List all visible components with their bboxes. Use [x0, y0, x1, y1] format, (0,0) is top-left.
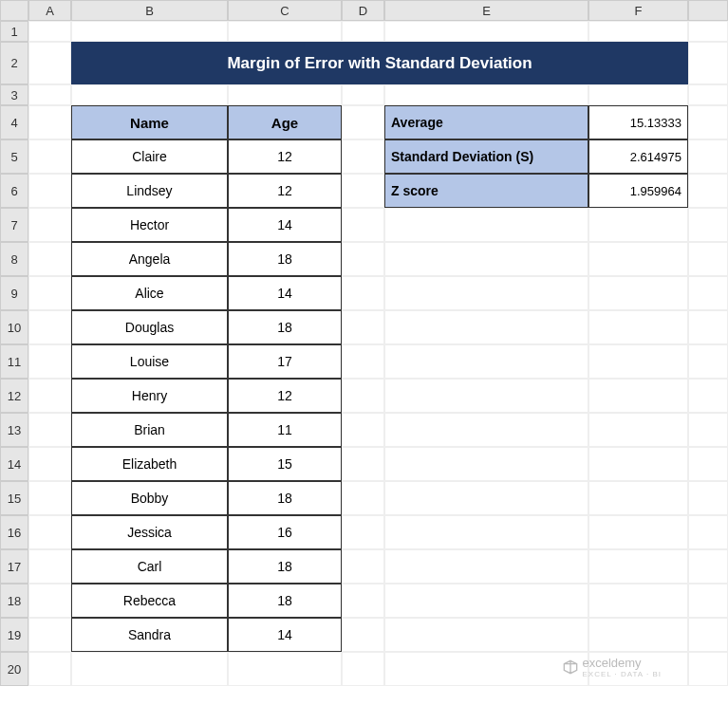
cell[interactable]	[28, 413, 71, 447]
cell[interactable]	[228, 652, 342, 686]
cell[interactable]	[28, 584, 71, 618]
cell[interactable]	[384, 84, 588, 105]
cell[interactable]	[688, 344, 728, 379]
cell[interactable]	[28, 139, 71, 174]
cell[interactable]	[228, 21, 342, 42]
cell[interactable]	[688, 139, 728, 174]
cell[interactable]	[588, 584, 688, 618]
row-header-12[interactable]: 12	[0, 379, 28, 413]
row-header-17[interactable]: 17	[0, 549, 28, 584]
cell[interactable]	[688, 310, 728, 344]
cell[interactable]	[688, 618, 728, 652]
cell[interactable]	[28, 618, 71, 652]
cell[interactable]	[588, 413, 688, 447]
cell[interactable]	[342, 447, 384, 481]
row-header-16[interactable]: 16	[0, 515, 28, 549]
col-header-blank[interactable]	[688, 0, 728, 21]
row-header-4[interactable]: 4	[0, 105, 28, 139]
cell[interactable]	[28, 310, 71, 344]
cell[interactable]	[342, 84, 384, 105]
cell[interactable]	[28, 652, 71, 686]
cell[interactable]	[342, 208, 384, 242]
row-header-13[interactable]: 13	[0, 413, 28, 447]
cell[interactable]	[588, 447, 688, 481]
cell[interactable]	[342, 276, 384, 310]
row-header-3[interactable]: 3	[0, 84, 28, 105]
col-header-C[interactable]: C	[228, 0, 342, 21]
cell[interactable]	[688, 276, 728, 310]
cell[interactable]	[384, 276, 588, 310]
cell[interactable]	[384, 447, 588, 481]
cell[interactable]	[384, 584, 588, 618]
cell[interactable]	[688, 515, 728, 549]
cell[interactable]	[342, 105, 384, 139]
cell[interactable]	[384, 208, 588, 242]
row-header-14[interactable]: 14	[0, 447, 28, 481]
cell[interactable]	[342, 652, 384, 686]
cell[interactable]	[688, 84, 728, 105]
cell[interactable]	[342, 584, 384, 618]
cell[interactable]	[342, 242, 384, 276]
cell-blank[interactable]	[688, 42, 728, 84]
cell[interactable]	[688, 447, 728, 481]
select-all-corner[interactable]	[0, 0, 28, 21]
cell[interactable]	[588, 208, 688, 242]
cell[interactable]	[342, 139, 384, 174]
cell[interactable]	[28, 481, 71, 515]
col-header-E[interactable]: E	[384, 0, 588, 21]
cell[interactable]	[588, 21, 688, 42]
cell[interactable]	[688, 652, 728, 686]
cell[interactable]	[384, 379, 588, 413]
cell[interactable]	[28, 276, 71, 310]
col-header-D[interactable]: D	[342, 0, 384, 21]
cell[interactable]	[71, 84, 228, 105]
row-header-11[interactable]: 11	[0, 344, 28, 379]
cell[interactable]	[28, 208, 71, 242]
cell[interactable]	[342, 549, 384, 584]
cell[interactable]	[342, 21, 384, 42]
cell[interactable]	[588, 549, 688, 584]
cell-A2[interactable]	[28, 42, 71, 84]
cell[interactable]	[342, 515, 384, 549]
cell[interactable]	[384, 515, 588, 549]
row-header-7[interactable]: 7	[0, 208, 28, 242]
cell[interactable]	[688, 413, 728, 447]
cell[interactable]	[588, 276, 688, 310]
cell[interactable]	[688, 208, 728, 242]
cell[interactable]	[342, 413, 384, 447]
row-header-15[interactable]: 15	[0, 481, 28, 515]
cell[interactable]	[342, 310, 384, 344]
cell[interactable]	[28, 549, 71, 584]
row-header-9[interactable]: 9	[0, 276, 28, 310]
cell[interactable]	[688, 242, 728, 276]
cell[interactable]	[28, 344, 71, 379]
cell[interactable]	[28, 105, 71, 139]
cell[interactable]	[688, 379, 728, 413]
row-header-1[interactable]: 1	[0, 21, 28, 42]
cell[interactable]	[71, 652, 228, 686]
cell[interactable]	[384, 413, 588, 447]
cell[interactable]	[688, 174, 728, 208]
cell[interactable]	[28, 84, 71, 105]
cell[interactable]	[342, 481, 384, 515]
row-header-20[interactable]: 20	[0, 652, 28, 686]
cell[interactable]	[384, 310, 588, 344]
cell[interactable]	[28, 379, 71, 413]
cell[interactable]	[342, 379, 384, 413]
cell[interactable]	[588, 344, 688, 379]
cell[interactable]	[588, 481, 688, 515]
cell[interactable]	[28, 174, 71, 208]
cell[interactable]	[588, 242, 688, 276]
row-header-6[interactable]: 6	[0, 174, 28, 208]
cell[interactable]	[688, 584, 728, 618]
cell[interactable]	[588, 379, 688, 413]
cell[interactable]	[384, 21, 588, 42]
cell[interactable]	[228, 84, 342, 105]
cell[interactable]	[688, 549, 728, 584]
col-header-A[interactable]: A	[28, 0, 71, 21]
cell[interactable]	[588, 84, 688, 105]
row-header-8[interactable]: 8	[0, 242, 28, 276]
cell[interactable]	[588, 310, 688, 344]
cell[interactable]	[342, 618, 384, 652]
col-header-B[interactable]: B	[71, 0, 228, 21]
